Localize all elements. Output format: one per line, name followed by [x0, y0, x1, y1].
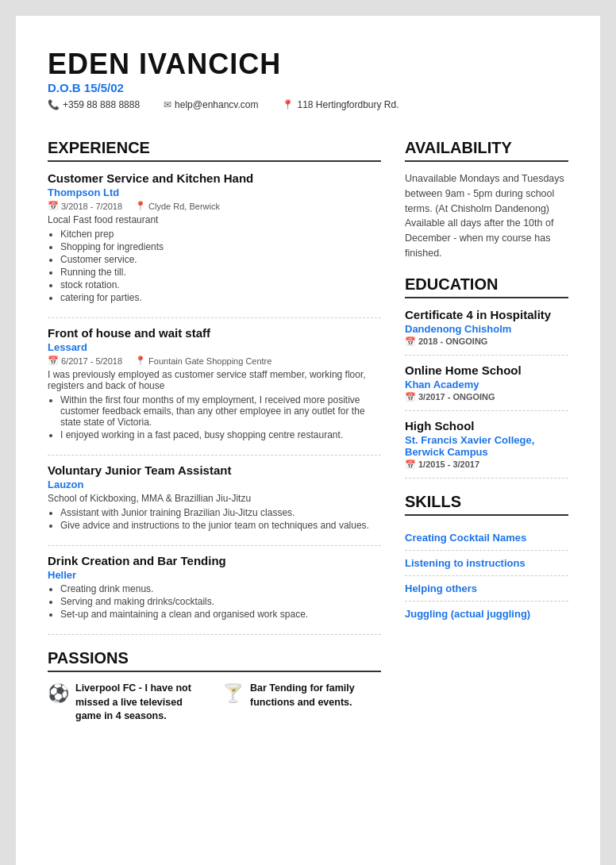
- job-entry-2: Front of house and wait staff Lessard 📅 …: [48, 326, 381, 456]
- job-entry-1: Customer Service and Kitchen Hand Thomps…: [48, 171, 381, 318]
- bullet-item: Kitchen prep: [60, 229, 381, 240]
- edu-dates-2: 📅 3/2017 - ONGOING: [405, 392, 568, 402]
- experience-section-title: EXPERIENCE: [48, 139, 381, 162]
- email-icon: ✉: [164, 99, 171, 110]
- job-bullets-3: Assistant with Junior training Brazilian…: [48, 507, 381, 531]
- calendar-icon-edu-1: 📅: [405, 336, 416, 347]
- cocktail-icon: 🍸: [222, 683, 244, 704]
- right-column: AVAILABILITY Unavailable Mondays and Tue…: [405, 125, 568, 849]
- skill-item-1: Creating Cocktail Names: [405, 525, 568, 551]
- company-2: Lessard: [48, 341, 381, 353]
- job-description-1: Local Fast food restaurant: [48, 214, 381, 225]
- edu-entry-2: Online Home School Khan Academy 📅 3/2017…: [405, 363, 568, 411]
- email-contact: ✉ help@enhancv.com: [164, 99, 258, 110]
- skill-item-4: Juggling (actual juggling): [405, 602, 568, 626]
- education-section-title: EDUCATION: [405, 275, 568, 298]
- edu-institution-3: St. Francis Xavier College, Berwick Camp…: [405, 434, 568, 458]
- job-meta-1: 📅 3/2018 - 7/2018 📍 Clyde Rd, Berwick: [48, 201, 381, 211]
- skill-item-2: Listening to instructions: [405, 551, 568, 576]
- job-bullets-4: Creating drink menus. Serving and making…: [48, 583, 381, 620]
- main-content: EXPERIENCE Customer Service and Kitchen …: [48, 125, 568, 849]
- passions-row: ⚽ Liverpool FC - I have not missed a liv…: [48, 682, 381, 724]
- resume-container: EDEN IVANCICH D.O.B 15/5/02 📞 +359 88 88…: [16, 16, 600, 865]
- edu-entry-3: High School St. Francis Xavier College, …: [405, 419, 568, 479]
- availability-section-title: AVAILABILITY: [405, 139, 568, 162]
- company-1: Thompson Ltd: [48, 186, 381, 198]
- job-dates-2: 📅 6/2017 - 5/2018: [48, 356, 122, 366]
- bullet-item: Serving and making drinks/cocktails.: [60, 596, 381, 607]
- company-3: Lauzon: [48, 479, 381, 490]
- passion-text-2: Bar Tending for family functions and eve…: [250, 682, 381, 709]
- bullet-item: Within the first four months of my emplo…: [60, 394, 381, 428]
- contact-row: 📞 +359 88 888 8888 ✉ help@enhancv.com 📍 …: [48, 99, 568, 110]
- passion-item-1: ⚽ Liverpool FC - I have not missed a liv…: [48, 682, 206, 724]
- job-dates-1: 📅 3/2018 - 7/2018: [48, 201, 122, 211]
- candidate-name: EDEN IVANCICH: [48, 48, 568, 81]
- bullet-item: stock rotation.: [60, 279, 381, 290]
- job-title-4: Drink Creation and Bar Tending: [48, 554, 381, 567]
- header-section: EDEN IVANCICH D.O.B 15/5/02 📞 +359 88 88…: [48, 48, 568, 110]
- calendar-icon-1: 📅: [48, 201, 59, 211]
- dob: D.O.B 15/5/02: [48, 81, 568, 94]
- company-4: Heller: [48, 569, 381, 581]
- edu-title-2: Online Home School: [405, 363, 568, 377]
- bullet-item: Give advice and instructions to the juni…: [60, 520, 381, 531]
- edu-institution-1: Dandenong Chisholm: [405, 323, 568, 335]
- edu-entry-1: Certificate 4 in Hospitality Dandenong C…: [405, 308, 568, 356]
- bullet-item: Assistant with Junior training Brazilian…: [60, 507, 381, 518]
- job-entry-3: Voluntary Junior Team Assistant Lauzon S…: [48, 463, 381, 546]
- bullet-item: Creating drink menus.: [60, 583, 381, 594]
- job-entry-4: Drink Creation and Bar Tending Heller Cr…: [48, 554, 381, 635]
- phone-number: +359 88 888 8888: [63, 99, 140, 110]
- bullet-item: I enjoyed working in a fast paced, busy …: [60, 429, 381, 440]
- bullet-item: catering for parties.: [60, 292, 381, 303]
- calendar-icon-2: 📅: [48, 356, 59, 366]
- bullet-item: Customer service.: [60, 254, 381, 265]
- job-description-3: School of Kickboxing, MMA & Brazillian J…: [48, 493, 381, 504]
- edu-dates-3: 📅 1/2015 - 3/2017: [405, 459, 568, 470]
- job-meta-2: 📅 6/2017 - 5/2018 📍 Fountain Gate Shoppi…: [48, 356, 381, 366]
- edu-title-1: Certificate 4 in Hospitality: [405, 308, 568, 321]
- email-address: help@enhancv.com: [175, 99, 258, 110]
- phone-contact: 📞 +359 88 888 8888: [48, 99, 140, 110]
- bullet-item: Shopping for ingredients: [60, 241, 381, 252]
- passions-section-title: PASSIONS: [48, 649, 381, 672]
- calendar-icon-edu-2: 📅: [405, 392, 416, 402]
- skills-section-title: SKILLS: [405, 493, 568, 516]
- job-bullets-2: Within the first four months of my emplo…: [48, 394, 381, 440]
- job-title-2: Front of house and wait staff: [48, 326, 381, 340]
- address-contact: 📍 118 Hertingfordbury Rd.: [282, 99, 398, 110]
- phone-icon: 📞: [48, 99, 60, 110]
- passion-text-1: Liverpool FC - I have not missed a live …: [75, 682, 206, 724]
- job-bullets-1: Kitchen prep Shopping for ingredients Cu…: [48, 229, 381, 303]
- skill-item-3: Helping others: [405, 576, 568, 602]
- location-icon-2: 📍: [135, 356, 146, 366]
- job-location-2: 📍 Fountain Gate Shopping Centre: [135, 356, 271, 366]
- soccer-icon: ⚽: [48, 683, 69, 704]
- passion-item-2: 🍸 Bar Tending for family functions and e…: [222, 682, 381, 724]
- location-icon-1: 📍: [135, 201, 146, 211]
- job-location-1: 📍 Clyde Rd, Berwick: [135, 201, 220, 211]
- job-title-1: Customer Service and Kitchen Hand: [48, 171, 381, 185]
- job-title-3: Voluntary Junior Team Assistant: [48, 463, 381, 477]
- availability-text: Unavailable Mondays and Tuesdays between…: [405, 171, 568, 261]
- edu-dates-1: 📅 2018 - ONGOING: [405, 336, 568, 347]
- bullet-item: Running the till.: [60, 267, 381, 278]
- left-column: EXPERIENCE Customer Service and Kitchen …: [48, 125, 381, 849]
- calendar-icon-edu-3: 📅: [405, 459, 416, 470]
- address-text: 118 Hertingfordbury Rd.: [297, 99, 398, 110]
- bullet-item: Set-up and maintaining a clean and organ…: [60, 609, 381, 620]
- job-description-2: I was previously employed as customer se…: [48, 369, 381, 391]
- edu-institution-2: Khan Academy: [405, 379, 568, 390]
- location-icon: 📍: [282, 99, 294, 110]
- edu-title-3: High School: [405, 419, 568, 432]
